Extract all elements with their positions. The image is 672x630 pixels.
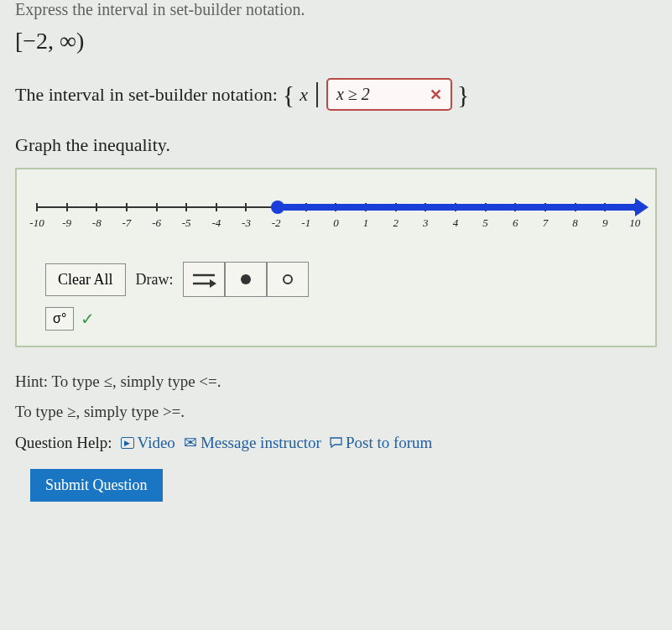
hint1-post: , simply type <=. [112,372,221,390]
toolbar: Clear All Draw: [45,262,643,297]
tick-label: -4 [211,216,221,230]
brace-open: { [283,81,294,109]
open-circle-icon [283,274,293,284]
tick-label: 7 [543,216,549,230]
brace-close: } [457,81,469,109]
arrow-right-icon [635,198,649,216]
submit-button[interactable]: Submit Question [30,469,163,502]
closed-circle-icon [241,274,251,284]
message-instructor-link[interactable]: ✉ Message instructor [184,433,321,452]
tick-mark [156,203,158,211]
graph-prompt: Graph the inequality. [15,134,657,156]
tick-label: -1 [301,216,310,230]
ray-tool-icon [191,270,216,289]
video-text: Video [138,434,175,452]
tick-label: -2 [272,216,281,230]
correct-icon: ✓ [81,309,95,329]
hint2-post: , simply type >=. [76,403,185,420]
tick-label: -5 [182,216,191,230]
ray-tool-button[interactable] [183,262,225,297]
post-forum-link[interactable]: Post to forum [330,434,432,452]
such-that-bar [316,82,318,107]
tick-label: 3 [423,216,429,230]
tick-label: -6 [152,216,161,230]
video-link[interactable]: ▶ Video [121,434,175,452]
help-label: Question Help: [15,434,112,452]
hint2-symbol: ≥ [67,403,76,420]
draw-label: Draw: [126,264,184,295]
prompt-text: Express the interval in set-builder nota… [15,0,657,19]
tick-label: -7 [122,216,132,230]
tick-label: 10 [629,216,640,230]
tick-mark [245,203,247,211]
tick-mark [126,203,128,211]
tick-mark [216,203,217,211]
tick-label: -3 [242,216,251,230]
tick-label: 1 [363,216,369,230]
tick-mark [185,203,187,211]
clear-all-button[interactable]: Clear All [45,263,126,296]
tick-label: 4 [453,216,459,230]
check-row: σ° ✓ [45,307,643,331]
open-point-tool-button[interactable] [267,262,309,297]
closed-point-tool-button[interactable] [225,262,267,297]
tick-label: 0 [333,216,339,230]
tick-label: -8 [92,216,102,230]
mail-icon: ✉ [184,433,197,452]
tick-label: -9 [62,216,71,230]
hint-line-2: To type ≥, simply type >=. [15,403,657,421]
closed-endpoint-icon [271,200,284,214]
hint-line-1: Hint: To type ≤, simply type <=. [15,372,657,391]
answer-line: The interval in set-builder notation: { … [15,78,657,111]
wrong-icon: ✕ [430,86,442,104]
inequality-ray [278,204,638,211]
graph-options-button[interactable]: σ° [45,307,74,331]
chat-icon [330,434,342,452]
graph-panel: -10-9-8-7-6-5-4-3-2-1012345678910 Clear … [15,168,657,347]
set-variable: x [300,84,308,106]
hint2-pre: To type [15,403,67,420]
interval-expression: [−2, ∞) [15,28,657,55]
hint1-symbol: ≤ [103,372,112,390]
user-answer-text: x ≥ 2 [336,85,370,104]
tick-label: 6 [513,216,518,230]
message-text: Message instructor [201,434,321,452]
tick-label: 2 [393,216,399,230]
video-icon: ▶ [121,437,134,449]
tick-label: 5 [482,216,488,230]
forum-text: Post to forum [346,434,432,452]
number-line[interactable]: -10-9-8-7-6-5-4-3-2-1012345678910 [29,195,643,245]
tick-mark [66,203,68,211]
tick-mark [96,203,97,211]
tool-group [183,262,309,297]
tick-mark [36,203,38,211]
answer-label: The interval in set-builder notation: [15,84,278,106]
tick-label: -10 [29,216,44,230]
tick-label: 8 [572,216,578,230]
answer-input[interactable]: x ≥ 2 ✕ [326,78,452,111]
tick-label: 9 [602,216,608,230]
hint1-pre: Hint: To type [15,372,103,390]
help-row: Question Help: ▶ Video ✉ Message instruc… [15,433,657,452]
svg-marker-2 [210,279,216,288]
